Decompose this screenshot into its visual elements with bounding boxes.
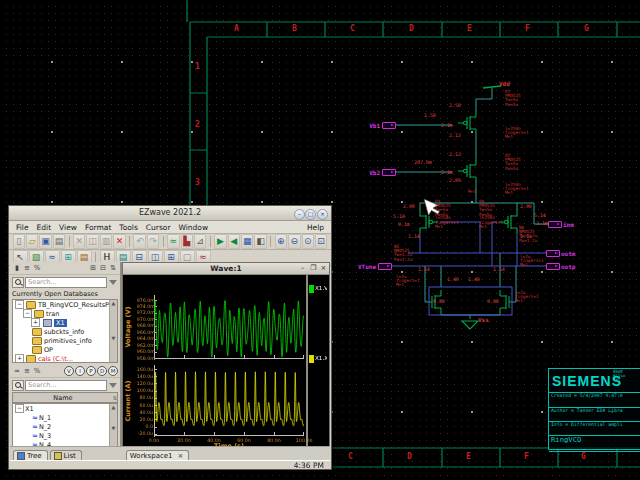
workspace-close-icon[interactable]: ×	[178, 452, 184, 460]
minimize-button[interactable]: –	[294, 209, 305, 220]
tree-item-subckts-info[interactable]: subckts_info	[13, 327, 117, 336]
menu-window[interactable]: Window	[174, 223, 212, 232]
tree-item-cals-c-t-[interactable]: +cals (C:\t...	[13, 354, 117, 363]
zoom-in-icon[interactable]: ⊕	[275, 234, 287, 249]
tree-expander[interactable]: −	[15, 300, 24, 309]
add-db-icon[interactable]: ▙	[181, 234, 193, 249]
tree-item-tb-ringvco-resultspa[interactable]: −TB_RingVCO_ResultsPa	[13, 300, 117, 309]
legend-splitter[interactable]	[306, 275, 308, 447]
tree-label: cals (C:\t...	[38, 355, 73, 363]
tree-expander[interactable]: −	[23, 309, 32, 318]
sort-arrows-icon[interactable]: ⇅	[113, 395, 117, 401]
menu-view[interactable]: View	[55, 223, 81, 232]
port-label-outm: outm	[561, 250, 575, 257]
current-plot[interactable]	[154, 365, 304, 437]
legend-item-2[interactable]: X1.Xa1.F	[309, 355, 327, 363]
hier-icon[interactable]: %	[32, 366, 42, 376]
legend-label: X1.Vb2	[315, 285, 327, 291]
database-search-input[interactable]	[25, 277, 107, 288]
wave-db-icon[interactable]: ≈	[12, 366, 22, 376]
signal-search-row	[10, 378, 120, 392]
list-view-icon[interactable]: ≡	[22, 263, 32, 273]
open-icon[interactable]: ▱	[26, 234, 38, 249]
cut-icon[interactable]: ✕	[73, 234, 85, 249]
port-outm[interactable]	[546, 250, 560, 257]
tree-item-x1[interactable]: −X1	[13, 404, 117, 413]
panel-cursor-icon[interactable]: ◧	[254, 234, 266, 249]
tree-expander[interactable]: −	[15, 404, 24, 413]
signal-type-d-button[interactable]: D	[97, 366, 107, 376]
delete-icon[interactable]: ✕	[113, 234, 125, 249]
tree-item-x1[interactable]: +X1	[13, 318, 117, 327]
menu-edit[interactable]: Edit	[33, 223, 56, 232]
import-icon[interactable]: ▶	[214, 234, 226, 249]
signal-search-input[interactable]	[25, 380, 107, 391]
wave-restore-button[interactable]: ❐	[309, 264, 318, 273]
zoom-fit-icon[interactable]: ⊙	[302, 234, 314, 249]
database-tree[interactable]: ▲▼ −TB_RingVCO_ResultsPa−tran+X1subckts_…	[12, 299, 118, 363]
print-icon[interactable]: ▤	[53, 234, 65, 249]
zoom-box-icon[interactable]: ⊡	[315, 234, 327, 249]
port-VTune[interactable]	[378, 263, 392, 270]
db-icon[interactable]: ▮	[12, 263, 22, 273]
menu-help[interactable]: Help	[303, 223, 328, 232]
signal-type-v-button[interactable]: V	[64, 366, 74, 376]
filter-icon[interactable]	[109, 383, 117, 388]
copy-icon[interactable]: ◫	[86, 234, 98, 249]
expand-all-icon[interactable]: ⊞	[88, 263, 98, 273]
paste-icon[interactable]: ▥	[100, 234, 112, 249]
window-titlebar[interactable]: EZwave 2021.2 – □ ×	[9, 206, 331, 221]
collapse-all-icon[interactable]: ⊟	[98, 263, 108, 273]
menu-cursor[interactable]: Cursor	[142, 223, 175, 232]
export-icon[interactable]: ◀	[228, 234, 240, 249]
wave-child-window[interactable]: Wave:1 – ❐ × Voltage (V) Current (A) 976…	[122, 262, 330, 448]
database-tree-scrollbar[interactable]: ▲▼	[109, 300, 117, 362]
wave-window-titlebar[interactable]: Wave:1 – ❐ ×	[123, 263, 329, 275]
port-Vb1[interactable]	[382, 122, 396, 129]
search-icon[interactable]	[12, 380, 24, 391]
tree-item-tran[interactable]: −tran	[13, 309, 117, 318]
save-icon[interactable]: ▣	[39, 234, 51, 249]
add-wave-icon[interactable]: ≈	[167, 234, 179, 249]
zoom-out-icon[interactable]: ⊖	[288, 234, 300, 249]
sort-icon[interactable]: ⇅	[108, 263, 118, 273]
link-icon[interactable]: %	[32, 263, 42, 273]
signal-type-i-button[interactable]: I	[75, 366, 85, 376]
port-inm[interactable]	[548, 221, 562, 228]
signal-name-header[interactable]: Name ⇅	[12, 392, 118, 403]
tree-item-op[interactable]: OP	[13, 345, 117, 354]
tree-label: subckts_info	[44, 328, 84, 336]
filter-icon[interactable]	[109, 280, 117, 285]
maximize-button[interactable]: □	[305, 209, 316, 220]
tab-list-icon	[54, 452, 62, 460]
close-button[interactable]: ×	[317, 209, 328, 220]
port-outp[interactable]	[546, 263, 560, 270]
tree-item-n-1[interactable]: ≈N_1	[13, 413, 117, 422]
undo-icon[interactable]: ↶	[133, 234, 145, 249]
tree-expander[interactable]: +	[15, 354, 24, 363]
signal-tree[interactable]: ▲▼ −X1≈N_1≈N_2≈N_3≈N_4	[12, 403, 118, 451]
port-Vb2[interactable]	[382, 169, 396, 176]
menu-format[interactable]: Format	[81, 223, 115, 232]
tree-item-n-3[interactable]: ≈N_3	[13, 431, 117, 440]
wave-minimize-button[interactable]: –	[298, 264, 307, 273]
signal-type-p-button[interactable]: P	[86, 366, 96, 376]
tree-item-n-2[interactable]: ≈N_2	[13, 422, 117, 431]
new-icon[interactable]: ▯	[13, 234, 25, 249]
tree-item-primitives-info[interactable]: primitives_info	[13, 336, 117, 345]
redo-icon[interactable]: ↷	[147, 234, 159, 249]
grid-icon[interactable]: ▦	[241, 234, 253, 249]
tree-expander[interactable]: +	[31, 318, 40, 327]
wave-close-button[interactable]: ×	[319, 264, 328, 273]
menu-file[interactable]: File	[12, 223, 33, 232]
signal-tree-scrollbar[interactable]: ▲▼	[109, 404, 117, 450]
menu-tools[interactable]: Tools	[115, 223, 141, 232]
search-icon[interactable]	[12, 277, 24, 288]
folder-icon	[34, 310, 44, 318]
legend-item-1[interactable]: X1.Vb2	[309, 285, 327, 293]
measure-icon[interactable]: ⊿	[194, 234, 206, 249]
signal-type-m-button[interactable]: M	[108, 366, 118, 376]
voltage-plot[interactable]	[154, 295, 304, 360]
flat-list-icon[interactable]: ≡	[22, 366, 32, 376]
ezwave-window[interactable]: EZwave 2021.2 – □ × FileEditViewFormatTo…	[8, 205, 332, 470]
